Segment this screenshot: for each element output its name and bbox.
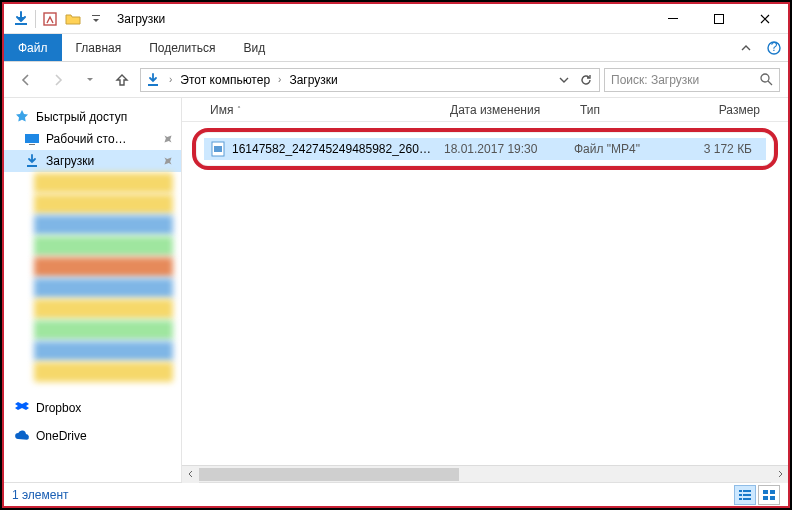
svg-rect-20 (763, 490, 768, 494)
column-name[interactable]: Имя ˄ (210, 103, 450, 117)
downloads-folder-icon (10, 8, 32, 30)
recent-dropdown-icon[interactable] (76, 66, 104, 94)
svg-rect-15 (743, 490, 751, 492)
sidebar-item-label: OneDrive (36, 429, 87, 443)
column-date[interactable]: Дата изменения (450, 103, 580, 117)
scroll-track[interactable] (199, 466, 771, 483)
svg-rect-21 (770, 490, 775, 494)
view-mode-toggles (734, 485, 780, 505)
sidebar-quick-access[interactable]: Быстрый доступ (4, 106, 181, 128)
sidebar-item-desktop[interactable]: Рабочий сто… (4, 128, 181, 150)
view-details-button[interactable] (734, 485, 756, 505)
view-icons-button[interactable] (758, 485, 780, 505)
scroll-thumb[interactable] (199, 468, 459, 481)
status-bar: 1 элемент (4, 482, 788, 506)
svg-rect-7 (148, 84, 158, 86)
address-bar[interactable]: › Этот компьютер › Загрузки (140, 68, 600, 92)
search-input[interactable]: Поиск: Загрузки (604, 68, 780, 92)
video-file-icon (210, 141, 226, 157)
svg-rect-9 (25, 134, 39, 143)
file-row[interactable]: 16147582_242745249485982_26067053394… 18… (204, 138, 766, 160)
sidebar-item-label: Быстрый доступ (36, 110, 127, 124)
sidebar-item-dropbox[interactable]: Dropbox (4, 397, 181, 419)
properties-icon[interactable] (39, 8, 61, 30)
breadcrumb-root[interactable]: Этот компьютер (178, 73, 272, 87)
new-folder-icon[interactable] (62, 8, 84, 30)
sidebar-item-blurred (34, 236, 173, 256)
sort-asc-icon: ˄ (237, 105, 241, 114)
sidebar-item-label: Рабочий сто… (46, 132, 127, 146)
scroll-left-icon[interactable] (182, 466, 199, 483)
up-button[interactable] (108, 66, 136, 94)
main-area: Быстрый доступ Рабочий сто… Загрузки (4, 98, 788, 482)
svg-rect-19 (743, 498, 751, 500)
address-dropdown-icon[interactable] (553, 69, 575, 91)
svg-rect-4 (715, 14, 724, 23)
status-item-count: 1 элемент (12, 488, 69, 502)
sidebar-item-blurred (34, 194, 173, 214)
svg-rect-0 (15, 23, 27, 25)
scroll-right-icon[interactable] (771, 466, 788, 483)
svg-rect-14 (739, 490, 742, 492)
sidebar-item-blurred (34, 362, 173, 382)
chevron-right-icon[interactable]: › (165, 74, 176, 85)
svg-rect-13 (214, 146, 222, 152)
svg-rect-18 (739, 498, 742, 500)
horizontal-scrollbar[interactable] (182, 465, 788, 482)
svg-rect-16 (739, 494, 742, 496)
svg-rect-10 (29, 144, 35, 145)
minimize-button[interactable] (650, 4, 696, 34)
chevron-right-icon[interactable]: › (274, 74, 285, 85)
window-title: Загрузки (117, 12, 165, 26)
tab-view[interactable]: Вид (229, 34, 279, 61)
back-button[interactable] (12, 66, 40, 94)
pin-icon (163, 134, 173, 144)
forward-button[interactable] (44, 66, 72, 94)
onedrive-icon (14, 428, 30, 444)
tab-share[interactable]: Поделиться (135, 34, 229, 61)
content-pane: Имя ˄ Дата изменения Тип Размер 16147582… (182, 98, 788, 482)
sidebar-item-blurred (34, 173, 173, 193)
sidebar-item-onedrive[interactable]: OneDrive (4, 425, 181, 447)
annotation-highlight: 16147582_242745249485982_26067053394… 18… (192, 128, 778, 170)
breadcrumb-current[interactable]: Загрузки (287, 73, 339, 87)
desktop-icon (24, 131, 40, 147)
svg-rect-17 (743, 494, 751, 496)
star-icon (14, 109, 30, 125)
tab-home[interactable]: Главная (62, 34, 136, 61)
close-button[interactable] (742, 4, 788, 34)
svg-rect-22 (763, 496, 768, 500)
quick-access-toolbar (4, 8, 107, 30)
help-icon[interactable]: ? (760, 34, 788, 61)
tab-file[interactable]: Файл (4, 34, 62, 61)
svg-rect-1 (44, 13, 56, 25)
ribbon-expand-icon[interactable] (732, 34, 760, 61)
file-date: 18.01.2017 19:30 (444, 142, 574, 156)
qat-divider (35, 10, 36, 28)
sidebar-item-blurred (34, 257, 173, 277)
column-headers: Имя ˄ Дата изменения Тип Размер (182, 98, 788, 122)
sidebar-item-label: Dropbox (36, 401, 81, 415)
sidebar-item-blurred (34, 341, 173, 361)
search-icon (760, 73, 773, 86)
svg-rect-11 (27, 165, 37, 167)
qat-dropdown-icon[interactable] (85, 8, 107, 30)
sidebar-item-blurred (34, 299, 173, 319)
file-name: 16147582_242745249485982_26067053394… (232, 142, 436, 156)
downloads-icon (24, 153, 40, 169)
sidebar-item-label: Загрузки (46, 154, 94, 168)
file-size: 3 172 КБ (694, 142, 766, 156)
maximize-button[interactable] (696, 4, 742, 34)
column-type[interactable]: Тип (580, 103, 700, 117)
sidebar-item-blurred (34, 278, 173, 298)
svg-text:?: ? (771, 41, 778, 54)
column-size[interactable]: Размер (700, 103, 788, 117)
dropbox-icon (14, 400, 30, 416)
sidebar-item-blurred (34, 320, 173, 340)
svg-rect-3 (668, 18, 678, 19)
search-placeholder: Поиск: Загрузки (611, 73, 699, 87)
downloads-icon (143, 72, 163, 88)
refresh-icon[interactable] (575, 69, 597, 91)
ribbon: Файл Главная Поделиться Вид ? (4, 34, 788, 62)
sidebar-item-downloads[interactable]: Загрузки (4, 150, 181, 172)
